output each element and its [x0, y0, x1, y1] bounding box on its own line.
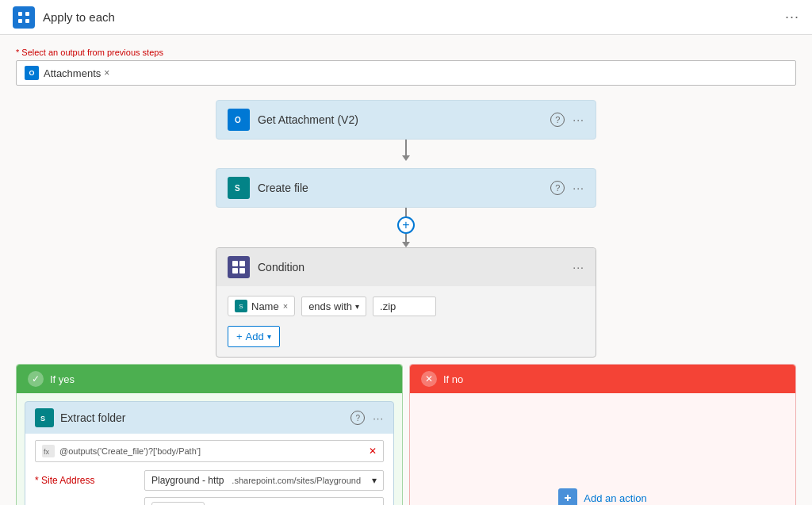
check-icon: ✓ — [28, 371, 44, 387]
more-options-button[interactable]: ··· — [785, 9, 799, 25]
extract-folder-sp-icon: S — [35, 408, 54, 427]
condition-icon — [228, 256, 250, 278]
extract-folder-more-options[interactable]: ··· — [373, 412, 384, 424]
extract-folder-help-icon[interactable]: ? — [350, 411, 365, 425]
title-bar-left: Apply to each — [13, 6, 115, 29]
extract-folder-header[interactable]: S Extract folder ? ··· — [25, 402, 393, 434]
extract-folder-body: fx @outputs('Create_file')?['body/Path']… — [25, 434, 393, 505]
svg-rect-8 — [232, 261, 238, 266]
if-no-header: ✕ If no — [410, 365, 795, 393]
attachments-tag-remove[interactable]: × — [104, 67, 109, 78]
add-step-button[interactable]: + — [397, 216, 415, 234]
svg-rect-20 — [567, 495, 569, 501]
sharepoint-icon-create: S — [228, 177, 250, 199]
svg-text:S: S — [235, 184, 240, 193]
select-output-label: Select an output from previous steps — [16, 48, 796, 57]
svg-rect-10 — [232, 268, 238, 274]
outlook-icon: O — [228, 109, 250, 131]
add-chevron-icon: ▾ — [267, 332, 271, 341]
create-file-block: S Create file ? ··· — [216, 168, 596, 208]
no-x-icon: ✕ — [421, 371, 437, 387]
add-action-area[interactable]: Add an action — [410, 393, 795, 505]
add-plus-icon: + — [236, 331, 243, 342]
title-bar: Apply to each ··· — [0, 0, 812, 35]
site-address-label: Site Address — [35, 475, 138, 486]
svg-rect-9 — [239, 261, 245, 266]
site-address-select[interactable]: Playground - http .sharepoint.com/sites/… — [144, 470, 384, 491]
get-attachment-title: Get Attachment (V2) — [258, 113, 358, 126]
condition-row: S Name × ends with ▾ .zip — [228, 296, 584, 316]
svg-rect-2 — [18, 19, 22, 23]
bottom-columns: ✓ If yes S Extract fold — [16, 364, 796, 505]
create-file-header[interactable]: S Create file ? ··· — [216, 169, 596, 207]
page-title: Apply to each — [43, 10, 115, 24]
extract-folder-block: S Extract folder ? ··· — [25, 401, 394, 505]
create-file-more-options[interactable]: ··· — [573, 182, 584, 194]
apply-each-icon — [13, 6, 35, 29]
condition-block: Condition ··· S Name × ends with ▾ .zip — [216, 247, 596, 358]
create-file-help-icon[interactable]: ? — [550, 181, 565, 195]
source-file-path-row: Source File Path S Path × 📁 — [35, 497, 384, 505]
condition-body: S Name × ends with ▾ .zip + Add ▾ — [216, 286, 596, 357]
plus-line-top — [405, 208, 407, 216]
attachments-tag: Attachments × — [44, 67, 109, 79]
main-content: Select an output from previous steps O A… — [0, 35, 812, 505]
condition-value-input[interactable]: .zip — [373, 296, 436, 316]
extract-folder-title: Extract folder — [60, 411, 125, 424]
get-attachment-help-icon[interactable]: ? — [550, 113, 565, 127]
outlook-tag-icon: O — [25, 66, 39, 80]
svg-text:S: S — [40, 415, 45, 423]
flow-steps: O Get Attachment (V2) ? ··· — [16, 100, 796, 505]
condition-operator-chevron: ▾ — [355, 302, 359, 311]
get-attachment-header[interactable]: O Get Attachment (V2) ? ··· — [216, 101, 596, 139]
site-address-row: Site Address Playground - http .sharepoi… — [35, 470, 384, 491]
site-address-value-right: .sharepoint.com/sites/Playground — [232, 476, 361, 485]
source-file-path-input[interactable]: S Path × 📁 — [144, 497, 384, 505]
path-tag: S Path × — [151, 502, 205, 505]
add-action-icon — [558, 488, 577, 505]
svg-rect-3 — [25, 19, 29, 23]
condition-add-button[interactable]: + Add ▾ — [228, 326, 280, 347]
formula-close-icon[interactable]: ✕ — [369, 446, 377, 457]
get-attachment-block: O Get Attachment (V2) ? ··· — [216, 100, 596, 140]
svg-rect-0 — [18, 12, 22, 16]
arrow-connector-1 — [402, 140, 410, 168]
select-output-box[interactable]: O Attachments × — [16, 60, 796, 86]
create-file-title: Create file — [258, 182, 308, 194]
formula-icon: fx — [42, 445, 55, 457]
condition-header[interactable]: Condition ··· — [216, 248, 596, 286]
formula-bar[interactable]: fx @outputs('Create_file')?['body/Path']… — [35, 440, 384, 462]
if-no-column: ✕ If no Add an action — [409, 364, 796, 505]
site-address-value-left: Playground - http — [151, 475, 224, 486]
condition-more-options[interactable]: ··· — [573, 261, 584, 274]
if-yes-header: ✓ If yes — [17, 365, 402, 393]
get-attachment-more-options[interactable]: ··· — [573, 113, 584, 126]
arrow-line — [405, 140, 407, 155]
plus-arrow-head — [402, 242, 410, 247]
site-address-chevron-icon: ▾ — [372, 475, 377, 486]
condition-tag-remove[interactable]: × — [283, 301, 288, 311]
plus-connector: + — [397, 208, 415, 247]
add-action-text: Add an action — [584, 492, 647, 504]
svg-rect-1 — [25, 12, 29, 16]
plus-line-bottom — [405, 234, 407, 243]
condition-title: Condition — [258, 261, 304, 274]
condition-operator-select[interactable]: ends with ▾ — [301, 296, 366, 316]
condition-name-tag[interactable]: S Name × — [228, 296, 295, 316]
if-yes-column: ✓ If yes S Extract fold — [16, 364, 403, 505]
svg-rect-11 — [239, 268, 245, 274]
svg-text:O: O — [235, 116, 241, 124]
svg-text:fx: fx — [44, 448, 50, 456]
condition-tag-sharepoint-icon: S — [235, 300, 247, 312]
arrow-head — [402, 155, 410, 161]
